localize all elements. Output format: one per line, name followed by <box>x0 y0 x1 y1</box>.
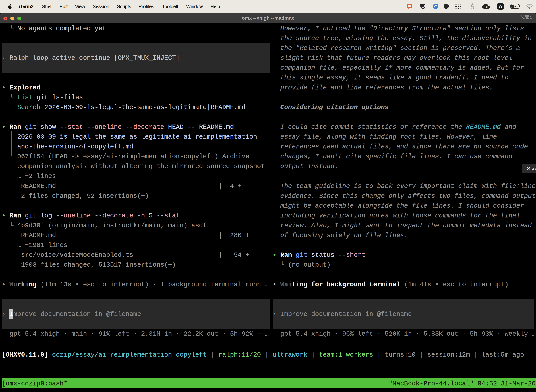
svg-text:A: A <box>499 4 502 9</box>
svg-text:1: 1 <box>530 15 532 20</box>
svg-text:..61: ..61 <box>484 6 488 9</box>
